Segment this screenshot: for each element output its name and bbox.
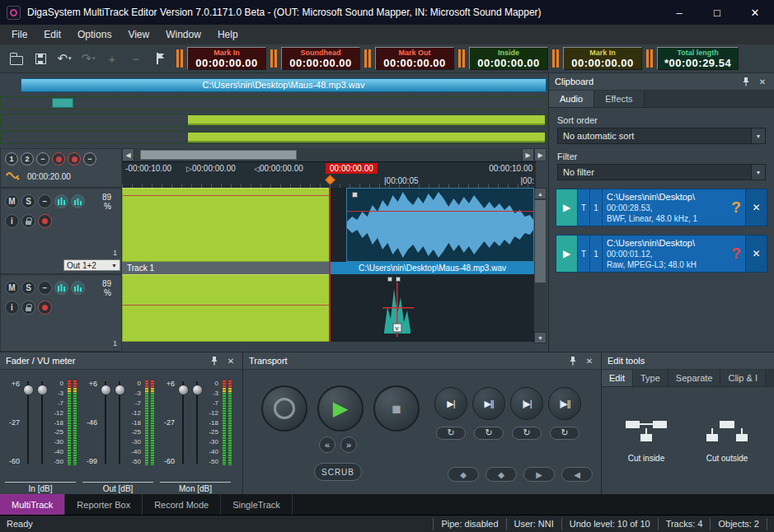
pin-icon[interactable] — [567, 355, 579, 366]
menu-edit[interactable]: Edit — [35, 26, 69, 43]
maximize-button[interactable]: □ — [698, 0, 736, 25]
playhead-line[interactable] — [329, 188, 331, 342]
marker-button[interactable]: ◆ — [486, 467, 517, 482]
fader-slider[interactable] — [115, 380, 124, 465]
play-clip-button[interactable]: ▶ — [556, 189, 578, 226]
solo-button[interactable]: S — [21, 194, 35, 208]
step-back-button[interactable]: ◀ — [561, 467, 593, 482]
menu-file[interactable]: File — [3, 26, 35, 43]
record-enable-button[interactable] — [38, 214, 52, 228]
play-from-mark-in-button[interactable]: ▶| — [434, 387, 467, 420]
zoom-out-button[interactable]: − — [124, 48, 148, 70]
track-info-button[interactable]: i — [5, 214, 19, 228]
envelope-line[interactable] — [347, 211, 533, 212]
loop-button[interactable]: ↻ — [436, 427, 466, 440]
record-button[interactable] — [261, 385, 307, 432]
loop-button[interactable]: ↻ — [550, 427, 579, 440]
play-button[interactable]: ▶ — [317, 385, 364, 432]
play-to-mark-out-button[interactable]: |▶| — [510, 387, 543, 420]
fader-slider[interactable] — [193, 380, 202, 465]
step-forward-button[interactable]: ▶ — [523, 467, 555, 482]
fader-knob[interactable] — [178, 385, 189, 395]
page-right-button[interactable]: ▶ — [534, 148, 546, 161]
loop-button[interactable]: ↻ — [512, 427, 542, 440]
overview-clip-green[interactable] — [188, 133, 545, 142]
audio-clip-waveform[interactable] — [346, 188, 534, 262]
collapse-track-button[interactable]: − — [38, 281, 52, 295]
track-name-label[interactable]: Track 1 — [122, 262, 331, 274]
menu-view[interactable]: View — [120, 26, 157, 43]
menu-window[interactable]: Window — [157, 26, 209, 43]
pin-icon[interactable] — [740, 76, 752, 87]
fader-slider[interactable] — [38, 380, 47, 465]
pin-icon[interactable] — [209, 355, 220, 366]
tab-singletrack[interactable]: SingleTrack — [221, 494, 293, 515]
scrollbar-track[interactable] — [134, 148, 522, 161]
vu-meter-toggle-2[interactable] — [71, 194, 85, 208]
overview-file-bar[interactable]: C:\Users\nin\Desktop\Maus-48.mp3.wav — [21, 78, 546, 92]
minimize-tracks-button[interactable]: − — [83, 152, 96, 166]
stop-button[interactable]: ■ — [373, 385, 420, 432]
vu-meter-toggle[interactable] — [54, 281, 68, 295]
fader-knob[interactable] — [101, 385, 111, 395]
open-button[interactable] — [5, 48, 28, 70]
edit-marker-handle[interactable] — [387, 277, 392, 282]
playhead-marker-icon[interactable] — [325, 175, 335, 185]
vu-meter-toggle-2[interactable] — [71, 281, 85, 295]
zoom-in-button[interactable]: + — [101, 48, 124, 70]
tab-audio[interactable]: Audio — [549, 91, 594, 107]
cut-inside-button[interactable]: Cut inside — [608, 394, 684, 469]
skip-forward-button[interactable]: » — [340, 436, 357, 453]
marker-tool-button[interactable] — [148, 48, 171, 70]
solo-button[interactable]: S — [21, 281, 35, 295]
mute-button[interactable]: M — [5, 194, 19, 208]
redo-button[interactable]: ↷▾ — [77, 48, 100, 70]
play-clip-button[interactable]: ▶ — [556, 236, 578, 272]
tab-clip[interactable]: Clip & I — [720, 370, 765, 386]
tab-record-mode[interactable]: Record Mode — [143, 494, 221, 515]
overview-clip-green[interactable] — [188, 115, 545, 125]
record-pause-button[interactable] — [68, 152, 81, 166]
layout-2-button[interactable]: 2 — [21, 152, 34, 166]
record-arm-button[interactable] — [52, 152, 65, 166]
play-between-marks-button[interactable]: |▶|| — [548, 387, 581, 420]
play-pause-button[interactable]: ▶|| — [472, 387, 505, 420]
tab-separate[interactable]: Separate — [668, 370, 721, 386]
filter-select[interactable]: No filter ▼ — [557, 164, 766, 180]
tab-multitrack[interactable]: MultiTrack — [0, 494, 65, 515]
clip-file-label[interactable]: C:\Users\nin\Desktop\Maus-48.mp3.wav — [331, 262, 534, 274]
audio-clip-green[interactable] — [122, 188, 331, 262]
wave-logo-button[interactable] — [6, 170, 21, 183]
cut-outside-button[interactable]: Cut outside — [689, 394, 765, 469]
scroll-left-button[interactable]: ◀ — [122, 148, 134, 161]
tab-effects[interactable]: Effects — [594, 91, 644, 107]
remove-clip-button[interactable]: ✕ — [745, 189, 767, 226]
scrollbar-thumb[interactable] — [535, 200, 546, 282]
fade-handle[interactable] — [352, 192, 358, 198]
save-button[interactable] — [29, 48, 52, 70]
remove-clip-button[interactable]: ✕ — [745, 236, 767, 272]
clipboard-item[interactable]: ▶ T 1 C:\Users\nin\Desktop\ 00:00:28.53,… — [556, 189, 767, 226]
track-info-button[interactable]: i — [5, 301, 19, 315]
fader-slider[interactable] — [179, 380, 188, 465]
time-ruler[interactable]: -00:00:10.00 ▷00:00:00.00 ◁00:00:00.00 0… — [122, 161, 536, 188]
tab-type[interactable]: Type — [633, 370, 668, 386]
fader-slider[interactable] — [24, 380, 33, 465]
overview-clip-teal[interactable] — [52, 98, 73, 108]
clipboard-drop-preview[interactable]: v — [382, 282, 414, 337]
scrub-button[interactable]: SCRUB — [314, 463, 362, 481]
record-enable-button[interactable] — [38, 301, 52, 315]
audio-clip-green[interactable] — [122, 274, 331, 342]
close-panel-button[interactable]: ✕ — [757, 76, 768, 87]
fader-knob[interactable] — [23, 385, 34, 395]
close-panel-button[interactable]: ✕ — [225, 355, 237, 366]
track2-lane[interactable]: v — [122, 274, 534, 342]
minimize-button[interactable]: – — [660, 0, 698, 25]
mute-button[interactable]: M — [5, 281, 19, 295]
fader-knob[interactable] — [37, 385, 48, 395]
scroll-right-button[interactable]: ▶ — [522, 148, 534, 161]
lock-track-button[interactable] — [21, 214, 35, 228]
menu-help[interactable]: Help — [209, 26, 246, 43]
edit-marker-handle[interactable] — [396, 277, 401, 282]
collapse-button[interactable]: − — [36, 152, 49, 166]
